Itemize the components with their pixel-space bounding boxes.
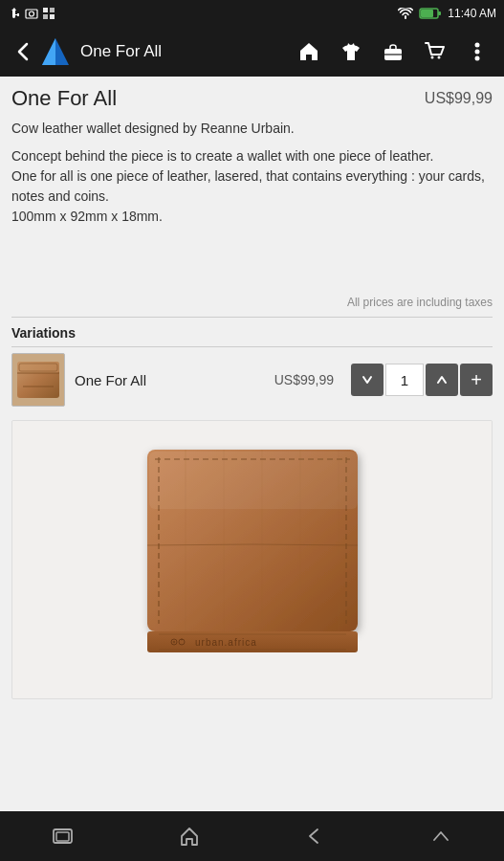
svg-point-39 — [181, 639, 183, 641]
cart-button[interactable] — [416, 33, 454, 71]
back-nav-button[interactable] — [291, 811, 339, 861]
product-header: One For All US$99,99 — [0, 77, 504, 115]
home-button[interactable] — [290, 33, 328, 71]
add-button[interactable]: + — [460, 364, 493, 396]
svg-rect-8 — [421, 10, 433, 17]
wallet-thumbnail — [13, 356, 63, 404]
app-bar: One For All — [0, 27, 504, 77]
svg-point-15 — [475, 43, 480, 48]
app-icon — [42, 7, 55, 20]
svg-rect-5 — [50, 14, 55, 19]
briefcase-button[interactable] — [374, 33, 412, 71]
svg-rect-2 — [43, 8, 48, 12]
svg-point-37 — [172, 641, 174, 643]
photo-icon — [25, 7, 38, 20]
status-bar-right: 11:40 AM — [398, 7, 496, 20]
status-bar-left — [8, 7, 55, 20]
svg-rect-4 — [43, 14, 48, 19]
svg-marker-10 — [42, 38, 55, 65]
variations-label: Variations — [0, 318, 504, 346]
back-nav-icon — [304, 826, 325, 847]
variation-price: US$99,99 — [274, 372, 334, 387]
product-title: One For All — [11, 86, 117, 111]
variation-thumbnail — [11, 353, 65, 407]
down-arrow-icon — [361, 373, 374, 386]
content: One For All US$99,99 Cow leather wallet … — [0, 77, 504, 811]
battery-icon — [419, 7, 442, 20]
increment-button[interactable] — [426, 364, 458, 396]
recent-apps-icon — [53, 828, 74, 845]
home-nav-icon — [179, 826, 200, 847]
app-logo — [38, 34, 73, 69]
quantity-input[interactable] — [385, 364, 424, 396]
product-image-area: urban.africa — [12, 421, 492, 698]
product-price: US$99,99 — [425, 86, 493, 107]
svg-rect-7 — [438, 11, 441, 15]
app-bar-actions — [290, 33, 496, 71]
description-line2: Concept behind the piece is to create a … — [11, 146, 493, 227]
product-image-container: urban.africa — [11, 420, 493, 699]
svg-text:urban.africa: urban.africa — [195, 637, 257, 648]
up-button[interactable] — [417, 811, 465, 861]
svg-rect-42 — [56, 832, 69, 841]
quantity-controls: + — [351, 364, 493, 396]
svg-point-1 — [30, 11, 34, 16]
home-nav-button[interactable] — [165, 811, 213, 861]
svg-rect-0 — [26, 10, 37, 18]
up-arrow-icon — [435, 373, 449, 386]
product-description: Cow leather wallet designed by Reanne Ur… — [0, 115, 504, 234]
product-image: urban.africa — [99, 430, 405, 689]
description-line1: Cow leather wallet designed by Reanne Ur… — [11, 119, 493, 139]
svg-point-17 — [475, 56, 480, 61]
app-bar-title: One For All — [80, 42, 290, 61]
recent-apps-button[interactable] — [39, 811, 87, 861]
up-icon — [430, 826, 451, 847]
svg-rect-40 — [149, 452, 358, 509]
svg-point-13 — [431, 56, 434, 59]
bottom-nav — [0, 811, 504, 861]
status-bar: 11:40 AM — [0, 0, 504, 27]
decrement-button[interactable] — [351, 364, 383, 396]
wifi-icon — [398, 8, 413, 19]
svg-point-16 — [475, 50, 480, 55]
shirt-button[interactable] — [332, 33, 370, 71]
variation-name: One For All — [75, 372, 265, 388]
variation-row: One For All US$99,99 + — [0, 347, 504, 412]
back-button[interactable] — [8, 36, 38, 67]
status-time: 11:40 AM — [448, 7, 496, 20]
more-button[interactable] — [458, 33, 496, 71]
tax-note: All prices are including taxes — [0, 292, 504, 317]
usb-icon — [8, 7, 21, 20]
svg-point-14 — [438, 56, 441, 59]
svg-rect-3 — [50, 8, 55, 12]
